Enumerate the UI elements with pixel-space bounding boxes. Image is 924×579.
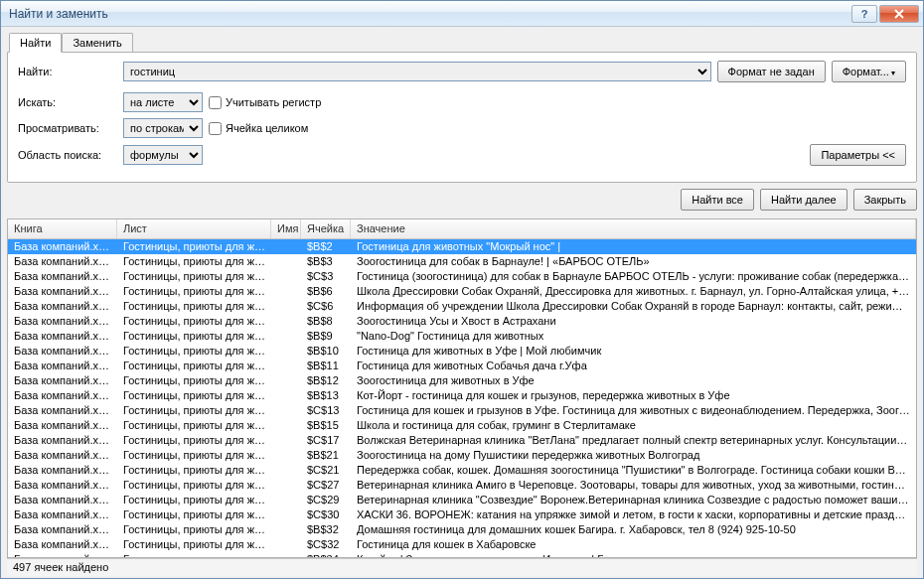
result-row[interactable]: База компаний.xlsxГостиницы, приюты для … xyxy=(8,344,916,359)
tab-find[interactable]: Найти xyxy=(9,33,62,53)
cell-book: База компаний.xlsx xyxy=(8,552,117,557)
cell-book: База компаний.xlsx xyxy=(8,433,117,448)
result-row[interactable]: База компаний.xlsxГостиницы, приюты для … xyxy=(8,314,916,329)
titlebar[interactable]: Найти и заменить ? xyxy=(1,1,923,27)
close-window-button[interactable] xyxy=(879,5,919,23)
result-row[interactable]: База компаний.xlsxГостиницы, приюты для … xyxy=(8,448,916,463)
cell-value: Домашняя гостиница для домашних кошек Ба… xyxy=(351,522,916,537)
cell-sheet: Гостиницы, приюты для живо... xyxy=(117,239,271,254)
cell-book: База компаний.xlsx xyxy=(8,359,117,373)
result-row[interactable]: База компаний.xlsxГостиницы, приюты для … xyxy=(8,507,916,522)
results-body[interactable]: База компаний.xlsxГостиницы, приюты для … xyxy=(8,239,916,557)
matchcase-checkbox[interactable]: Учитывать регистр xyxy=(209,96,321,109)
searchby-select[interactable]: по строкам xyxy=(123,118,203,138)
cell-value: Кот-Йорт - гостиница для кошек и грызуно… xyxy=(351,388,916,403)
tab-replace[interactable]: Заменить xyxy=(62,33,132,53)
result-row[interactable]: База компаний.xlsxГостиницы, приюты для … xyxy=(8,329,916,344)
result-row[interactable]: База компаний.xlsxГостиницы, приюты для … xyxy=(8,433,916,448)
result-row[interactable]: База компаний.xlsxГостиницы, приюты для … xyxy=(8,463,916,478)
cell-book: База компаний.xlsx xyxy=(8,522,117,537)
find-all-button[interactable]: Найти все xyxy=(681,189,754,211)
matchwhole-checkbox[interactable]: Ячейка целиком xyxy=(209,122,308,135)
cell-value: Котейка | Зоогостиница для кошек в Иркут… xyxy=(351,552,916,557)
find-replace-window: Найти и заменить ? Найти Заменить Найти:… xyxy=(0,0,924,579)
cell-book: База компаний.xlsx xyxy=(8,373,117,388)
cell-name xyxy=(271,463,301,478)
cell-ref: $B$13 xyxy=(301,388,351,403)
cell-name xyxy=(271,522,301,537)
no-format-button[interactable]: Формат не задан xyxy=(717,61,826,82)
cell-value: ХАСКИ 36. ВОРОНЕЖ: катания на упряжке зи… xyxy=(351,507,916,522)
cell-value: Зоогостиница для собак в Барнауле! | «БА… xyxy=(351,254,916,269)
cell-name xyxy=(271,284,301,299)
cell-ref: $B$15 xyxy=(301,418,351,433)
col-name[interactable]: Имя xyxy=(271,219,301,238)
format-button[interactable]: Формат... xyxy=(832,61,906,82)
searchby-label: Просматривать: xyxy=(18,122,117,134)
help-button[interactable]: ? xyxy=(851,5,877,23)
cell-ref: $B$3 xyxy=(301,254,351,269)
col-cell[interactable]: Ячейка xyxy=(301,219,351,238)
cell-name xyxy=(271,388,301,403)
result-row[interactable]: База компаний.xlsxГостиницы, приюты для … xyxy=(8,493,916,507)
cell-name xyxy=(271,448,301,463)
find-panel: Найти: гостиниц Формат не задан Формат..… xyxy=(7,52,917,183)
lookin-select[interactable]: формулы xyxy=(123,145,203,165)
tabs: Найти Заменить xyxy=(9,33,917,53)
cell-sheet: Гостиницы, приюты для живо... xyxy=(117,507,271,522)
cell-name xyxy=(271,507,301,522)
cell-name xyxy=(271,433,301,448)
cell-name xyxy=(271,239,301,254)
cell-ref: $C$13 xyxy=(301,403,351,418)
cell-ref: $C$3 xyxy=(301,269,351,284)
cell-ref: $C$32 xyxy=(301,537,351,552)
result-row[interactable]: База компаний.xlsxГостиницы, приюты для … xyxy=(8,552,916,557)
options-button[interactable]: Параметры << xyxy=(810,144,906,166)
cell-book: База компаний.xlsx xyxy=(8,463,117,478)
col-value[interactable]: Значение xyxy=(351,219,916,238)
result-row[interactable]: База компаний.xlsxГостиницы, приюты для … xyxy=(8,254,916,269)
cell-book: База компаний.xlsx xyxy=(8,493,117,507)
cell-sheet: Гостиницы, приюты для живо... xyxy=(117,299,271,314)
cell-book: База компаний.xlsx xyxy=(8,403,117,418)
result-row[interactable]: База компаний.xlsxГостиницы, приюты для … xyxy=(8,418,916,433)
result-row[interactable]: База компаний.xlsxГостиницы, приюты для … xyxy=(8,359,916,373)
cell-ref: $C$17 xyxy=(301,433,351,448)
cell-name xyxy=(271,329,301,344)
result-row[interactable]: База компаний.xlsxГостиницы, приюты для … xyxy=(8,537,916,552)
result-row[interactable]: База компаний.xlsxГостиницы, приюты для … xyxy=(8,478,916,493)
cell-sheet: Гостиницы, приюты для живо... xyxy=(117,463,271,478)
cell-value: Гостиница для кошек и грызунов в Уфе. Го… xyxy=(351,403,916,418)
result-row[interactable]: База компаний.xlsxГостиницы, приюты для … xyxy=(8,388,916,403)
result-row[interactable]: База компаний.xlsxГостиницы, приюты для … xyxy=(8,522,916,537)
cell-value: Гостиница для животных "Мокрый нос" | xyxy=(351,239,916,254)
result-row[interactable]: База компаний.xlsxГостиницы, приюты для … xyxy=(8,239,916,254)
col-book[interactable]: Книга xyxy=(8,219,117,238)
cell-ref: $B$21 xyxy=(301,448,351,463)
cell-book: База компаний.xlsx xyxy=(8,269,117,284)
cell-ref: $C$6 xyxy=(301,299,351,314)
cell-sheet: Гостиницы, приюты для живо... xyxy=(117,448,271,463)
cell-ref: $B$10 xyxy=(301,344,351,359)
close-button[interactable]: Закрыть xyxy=(853,189,917,211)
cell-sheet: Гостиницы, приюты для живо... xyxy=(117,254,271,269)
results-table: Книга Лист Имя Ячейка Значение База комп… xyxy=(7,218,917,558)
result-row[interactable]: База компаний.xlsxГостиницы, приюты для … xyxy=(8,269,916,284)
cell-name xyxy=(271,478,301,493)
cell-sheet: Гостиницы, приюты для живо... xyxy=(117,552,271,557)
result-row[interactable]: База компаний.xlsxГостиницы, приюты для … xyxy=(8,373,916,388)
cell-value: Гостиница для животных в Уфе | Мой любим… xyxy=(351,344,916,359)
result-row[interactable]: База компаний.xlsxГостиницы, приюты для … xyxy=(8,403,916,418)
result-row[interactable]: База компаний.xlsxГостиницы, приюты для … xyxy=(8,284,916,299)
col-sheet[interactable]: Лист xyxy=(117,219,271,238)
cell-book: База компаний.xlsx xyxy=(8,284,117,299)
cell-book: База компаний.xlsx xyxy=(8,254,117,269)
cell-name xyxy=(271,418,301,433)
cell-ref: $B$6 xyxy=(301,284,351,299)
find-next-button[interactable]: Найти далее xyxy=(760,189,847,211)
find-input[interactable]: гостиниц xyxy=(123,62,711,81)
result-row[interactable]: База компаний.xlsxГостиницы, приюты для … xyxy=(8,299,916,314)
cell-name xyxy=(271,493,301,507)
searchin-select[interactable]: на листе xyxy=(123,92,203,112)
cell-sheet: Гостиницы, приюты для живо... xyxy=(117,344,271,359)
